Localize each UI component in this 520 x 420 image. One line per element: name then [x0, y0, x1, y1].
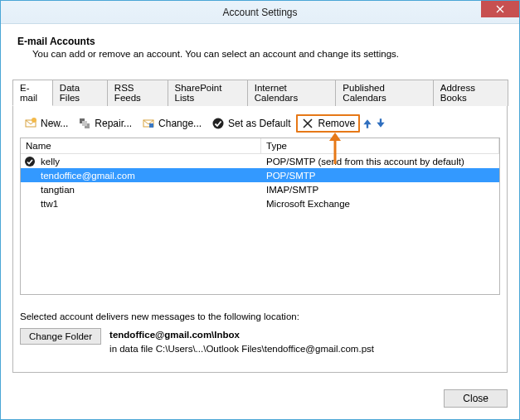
list-header: Name Type — [21, 138, 499, 154]
change-button[interactable]: Change... — [138, 115, 206, 132]
tab-data-files[interactable]: Data Files — [52, 80, 108, 106]
set-default-icon — [211, 117, 225, 130]
tab-panel-email: New... Repair... Change... Set as Defaul… — [12, 106, 508, 373]
svg-point-3 — [32, 118, 36, 123]
location-section: Selected account delivers new messages t… — [20, 311, 500, 357]
set-default-button[interactable]: Set as Default — [207, 115, 294, 132]
remove-icon — [301, 117, 314, 130]
account-settings-window: Account Settings E-mail Accounts You can… — [0, 0, 520, 420]
change-folder-button[interactable]: Change Folder — [20, 328, 101, 345]
account-type: IMAP/SMTP — [261, 185, 499, 195]
repair-button[interactable]: Repair... — [74, 115, 136, 132]
account-name: tangtian — [41, 185, 75, 195]
col-type[interactable]: Type — [261, 138, 499, 153]
tab-rss-feeds[interactable]: RSS Feeds — [107, 80, 168, 106]
location-text: tendoffice@gmail.com\Inbox in data file … — [109, 328, 374, 357]
change-icon — [142, 117, 155, 130]
spacer-icon — [24, 184, 36, 196]
tab-email[interactable]: E-mail — [12, 80, 53, 106]
accounts-list[interactable]: Name Type kelly POP/SMTP (send from this… — [20, 138, 500, 295]
new-icon — [24, 117, 37, 130]
account-type: Microsoft Exchange — [261, 199, 499, 209]
svg-marker-12 — [364, 119, 372, 128]
svg-rect-8 — [149, 123, 153, 128]
account-name: tendoffice@gmail.com — [41, 171, 135, 181]
set-default-label: Set as Default — [228, 118, 290, 129]
remove-label: Remove — [318, 118, 355, 129]
col-name[interactable]: Name — [21, 138, 261, 153]
table-row[interactable]: tangtian IMAP/SMTP — [21, 182, 499, 196]
repair-label: Repair... — [95, 118, 132, 129]
location-path: tendoffice@gmail.com\Inbox — [109, 328, 374, 342]
location-detail: in data file C:\Users\...\Outlook Files\… — [109, 342, 374, 356]
window-title: Account Settings — [222, 7, 297, 18]
dialog-body: E-mail Accounts You can add or remove an… — [1, 24, 519, 381]
svg-marker-13 — [377, 118, 385, 128]
svg-rect-6 — [82, 121, 87, 126]
new-label: New... — [41, 118, 68, 129]
tabs: E-mail Data Files RSS Feeds SharePoint L… — [12, 79, 508, 106]
repair-icon — [78, 117, 91, 130]
remove-button[interactable]: Remove — [296, 114, 360, 133]
close-button[interactable]: Close — [444, 389, 508, 408]
arrow-up-icon — [362, 118, 373, 129]
move-up-button[interactable] — [362, 118, 373, 129]
titlebar: Account Settings — [1, 1, 519, 24]
account-name: kelly — [41, 157, 60, 167]
tab-published-calendars[interactable]: Published Calendars — [335, 80, 433, 106]
spacer-icon — [24, 198, 36, 210]
tab-address-books[interactable]: Address Books — [433, 80, 508, 106]
table-row[interactable]: ttw1 Microsoft Exchange — [21, 196, 499, 210]
change-label: Change... — [158, 118, 202, 129]
account-type: POP/SMTP — [261, 171, 499, 181]
arrow-down-icon — [375, 118, 386, 129]
list-rows: kelly POP/SMTP (send from this account b… — [21, 154, 499, 294]
tab-sharepoint-lists[interactable]: SharePoint Lists — [168, 80, 248, 106]
section-heading: E-mail Accounts — [17, 36, 508, 47]
spacer-icon — [24, 170, 36, 181]
account-name: ttw1 — [41, 199, 58, 209]
callout-arrow-icon — [327, 133, 343, 166]
toolbar: New... Repair... Change... Set as Defaul… — [20, 113, 500, 138]
tab-internet-calendars[interactable]: Internet Calendars — [247, 80, 337, 106]
move-down-button[interactable] — [375, 118, 386, 129]
dialog-footer: Close — [1, 381, 519, 419]
table-row[interactable]: tendoffice@gmail.com POP/SMTP — [21, 168, 499, 182]
close-icon — [496, 5, 504, 13]
svg-point-16 — [25, 157, 35, 167]
window-close-button[interactable] — [481, 1, 519, 17]
svg-point-9 — [213, 118, 224, 129]
new-button[interactable]: New... — [20, 115, 72, 132]
table-row[interactable]: kelly POP/SMTP (send from this account b… — [21, 154, 499, 168]
location-intro: Selected account delivers new messages t… — [20, 311, 500, 321]
svg-marker-15 — [329, 133, 341, 141]
section-subheading: You can add or remove an account. You ca… — [32, 49, 508, 59]
account-type: POP/SMTP (send from this account by defa… — [261, 157, 499, 167]
default-account-icon — [24, 156, 36, 167]
